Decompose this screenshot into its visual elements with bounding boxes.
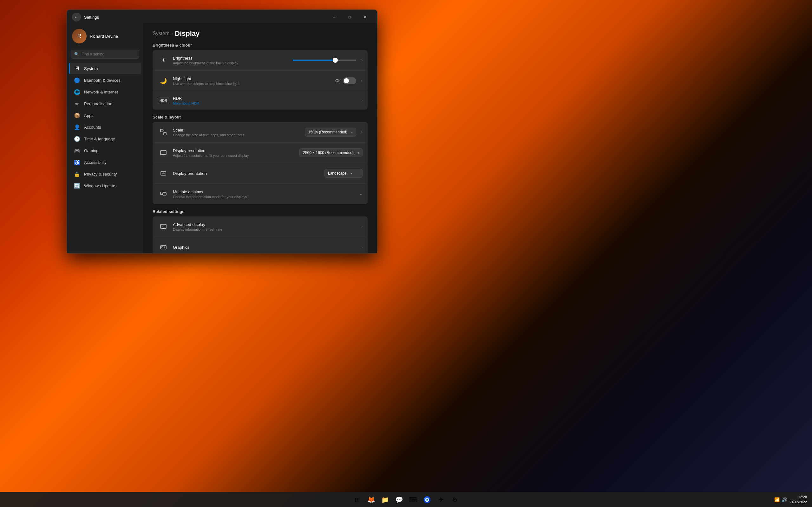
multiple-displays-desc: Choose the presentation mode for your di… [173, 195, 357, 199]
sidebar-item-personalisation[interactable]: ✏ Personalisation [69, 98, 141, 109]
main-content: System › Display Brightness & colour ☀ B… [143, 23, 377, 253]
advanced-display-row[interactable]: Advanced display Display information, re… [153, 216, 368, 237]
brightness-label: Brightness [173, 56, 293, 60]
sidebar-item-network[interactable]: 🌐 Network & internet [69, 86, 141, 98]
personalisation-icon: ✏ [74, 101, 80, 107]
search-box[interactable]: 🔍 [71, 50, 139, 59]
multiple-displays-label: Multiple displays [173, 189, 357, 194]
sidebar-item-privacy[interactable]: 🔒 Privacy & security [69, 168, 141, 180]
search-input[interactable] [82, 52, 136, 56]
sidebar-item-bluetooth[interactable]: 🔵 Bluetooth & devices [69, 74, 141, 86]
display-orientation-row[interactable]: Display orientation Landscape ▾ [153, 163, 368, 184]
brightness-row[interactable]: ☀ Brightness Adjust the brightness of th… [153, 50, 368, 71]
multiple-displays-row[interactable]: Multiple displays Choose the presentatio… [153, 184, 368, 204]
brightness-chevron: › [361, 58, 362, 62]
display-orientation-icon [158, 168, 169, 179]
scale-dropdown[interactable]: 150% (Recommended) ▾ [305, 128, 356, 136]
brightness-slider-thumb[interactable] [333, 58, 338, 63]
privacy-icon: 🔒 [74, 171, 80, 177]
system-icon: 🖥 [74, 65, 80, 72]
scale-icon [158, 126, 169, 138]
sidebar-item-time[interactable]: 🕐 Time & language [69, 133, 141, 145]
brightness-slider-fill [293, 60, 334, 61]
sidebar-item-system[interactable]: 🖥 System [69, 63, 141, 74]
brightness-desc: Adjust the brightness of the built-in di… [173, 61, 293, 65]
titlebar-left: ← Settings [72, 13, 99, 21]
brightness-slider-track[interactable] [293, 60, 356, 61]
section-title-related: Related settings [153, 209, 368, 214]
user-profile: R Richard Devine [67, 26, 143, 49]
taskbar-app2[interactable]: ✈ [435, 493, 447, 506]
display-resolution-dropdown[interactable]: 2560 × 1600 (Recommended) ▾ [299, 148, 362, 157]
display-resolution-row[interactable]: Display resolution Adjust the resolution… [153, 143, 368, 163]
taskbar-start[interactable]: ⊞ [351, 493, 363, 506]
graphics-row[interactable]: Graphics › [153, 237, 368, 253]
breadcrumb-parent[interactable]: System [153, 31, 169, 37]
section-title-brightness: Brightness & colour [153, 43, 368, 48]
taskbar-browser[interactable]: 🦊 [365, 493, 377, 506]
bluetooth-icon: 🔵 [74, 77, 80, 83]
hdr-row[interactable]: HDR HDR More about HDR › [153, 91, 368, 110]
taskbar-volume-icon[interactable]: 🔊 [781, 497, 787, 502]
apps-icon: 📦 [74, 112, 80, 118]
advanced-display-label: Advanced display [173, 222, 359, 227]
night-light-row[interactable]: 🌙 Night light Use warmer colours to help… [153, 71, 368, 91]
taskbar-app1[interactable]: 🧿 [420, 493, 433, 506]
breadcrumb: System › Display [153, 30, 368, 38]
hdr-control: › [359, 98, 362, 103]
multiple-displays-text: Multiple displays Choose the presentatio… [173, 189, 357, 199]
night-light-status: Off [335, 78, 340, 83]
taskbar-date: 21/12/2022 [790, 500, 807, 504]
scale-value: 150% (Recommended) [308, 130, 347, 134]
sidebar-item-label-accounts: Accounts [84, 125, 101, 130]
taskbar-time[interactable]: 12:28 21/12/2022 [790, 495, 807, 504]
sidebar-item-label-privacy: Privacy & security [84, 172, 117, 176]
graphics-chevron: › [361, 245, 362, 249]
hdr-icon: HDR [158, 98, 169, 103]
svg-rect-15 [161, 246, 163, 248]
brightness-control: › [293, 58, 362, 62]
related-settings-card: Advanced display Display information, re… [153, 216, 368, 253]
svg-rect-10 [160, 224, 166, 228]
back-button[interactable]: ← [72, 13, 81, 21]
taskbar-terminal[interactable]: ⌨ [407, 493, 419, 506]
scale-layout-card: Scale Change the size of text, apps, and… [153, 122, 368, 204]
sidebar: R Richard Devine 🔍 🖥 System 🔵 Bluetooth … [67, 23, 143, 253]
night-light-icon: 🌙 [158, 75, 169, 87]
sidebar-item-accessibility[interactable]: ♿ Accessibility [69, 157, 141, 168]
display-resolution-label: Display resolution [173, 148, 299, 153]
sidebar-item-apps[interactable]: 📦 Apps [69, 110, 141, 121]
minimize-button[interactable]: ─ [327, 12, 342, 22]
section-title-scale: Scale & layout [153, 115, 368, 119]
taskbar-chat[interactable]: 💬 [393, 493, 405, 506]
hdr-desc[interactable]: More about HDR [173, 101, 359, 105]
night-light-text: Night light Use warmer colours to help b… [173, 76, 335, 86]
night-light-toggle[interactable] [343, 77, 356, 84]
sidebar-item-gaming[interactable]: 🎮 Gaming [69, 145, 141, 156]
taskbar-settings[interactable]: ⚙ [449, 493, 461, 506]
maximize-button[interactable]: □ [342, 12, 357, 22]
taskbar-files[interactable]: 📁 [379, 493, 392, 506]
sidebar-item-label-gaming: Gaming [84, 148, 99, 153]
hdr-chevron: › [361, 98, 362, 103]
user-name: Richard Devine [90, 34, 118, 39]
scale-control: 150% (Recommended) ▾ › [305, 128, 362, 136]
night-light-label: Night light [173, 76, 335, 81]
sidebar-item-label-accessibility: Accessibility [84, 160, 107, 165]
sidebar-item-accounts[interactable]: 👤 Accounts [69, 121, 141, 133]
graphics-label: Graphics [173, 245, 359, 250]
advanced-display-control: › [359, 224, 362, 229]
display-orientation-dropdown-arrow: ▾ [351, 172, 352, 175]
close-button[interactable]: ✕ [357, 12, 372, 22]
window-title: Settings [84, 15, 99, 20]
brightness-colour-card: ☀ Brightness Adjust the brightness of th… [153, 50, 368, 110]
night-light-chevron: › [361, 78, 362, 83]
sidebar-item-update[interactable]: 🔄 Windows Update [69, 180, 141, 191]
display-orientation-dropdown[interactable]: Landscape ▾ [324, 169, 362, 178]
sidebar-item-label-update: Windows Update [84, 183, 115, 188]
sidebar-item-label-system: System [84, 66, 98, 71]
taskbar-network-icon[interactable]: 📶 [774, 497, 780, 502]
scale-row[interactable]: Scale Change the size of text, apps, and… [153, 122, 368, 143]
multiple-displays-icon [158, 188, 169, 200]
svg-rect-0 [160, 129, 163, 132]
